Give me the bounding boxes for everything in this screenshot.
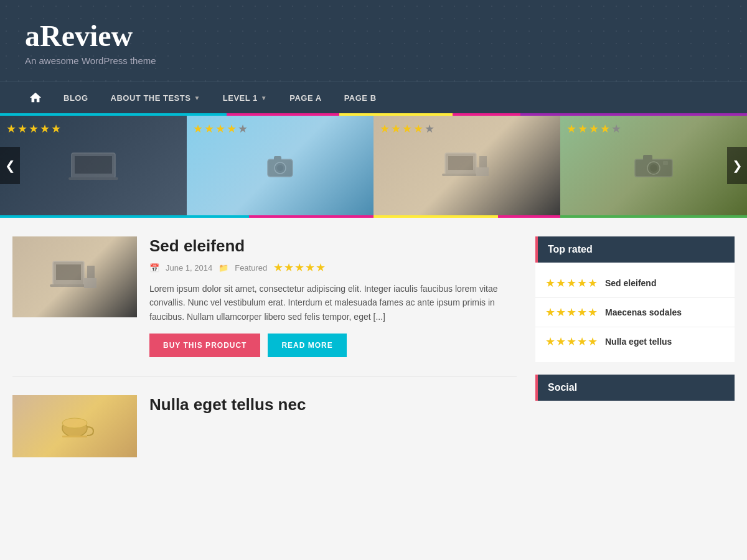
site-title: aReview	[25, 19, 722, 53]
slide-stars: ★ ★ ★ ★ ★	[6, 122, 61, 136]
top-rated-stars: ★ ★ ★ ★ ★	[545, 335, 598, 348]
svg-point-14	[650, 164, 657, 172]
chevron-down-icon: ▼	[261, 95, 267, 101]
nav-home-button[interactable]	[19, 82, 52, 113]
post-meta: 📅 June 1, 2014 📁 Featured ★ ★ ★ ★ ★	[149, 261, 517, 274]
calendar-icon: 📅	[149, 263, 159, 273]
svg-point-5	[277, 165, 283, 171]
content-area: Sed eleifend 📅 June 1, 2014 📁 Featured ★…	[12, 236, 517, 457]
top-rated-header: Top rated	[535, 236, 735, 263]
social-widget: Social	[535, 375, 735, 401]
sidebar: Top rated ★ ★ ★ ★ ★ Sed eleifend ★ ★	[535, 236, 735, 457]
post-body-2: Nulla eget tellus nec	[149, 395, 517, 457]
post-excerpt: Lorem ipsum dolor sit amet, consectetur …	[149, 282, 517, 324]
post-thumbnail-2	[12, 395, 137, 457]
slider-section: ❮ ★ ★ ★ ★ ★	[0, 116, 747, 215]
buy-product-button[interactable]: BUY THIS PRODUCT	[149, 334, 260, 357]
home-icon	[29, 91, 42, 105]
svg-rect-20	[87, 266, 95, 278]
post-title: Sed eleifend	[149, 236, 517, 256]
top-rated-stars: ★ ★ ★ ★ ★	[545, 276, 598, 290]
slide-item: ★ ★ ★ ★ ★	[374, 116, 560, 215]
slide-stars: ★ ★ ★ ★ ★	[193, 122, 248, 136]
social-header: Social	[535, 375, 735, 401]
post-buttons: BUY THIS PRODUCT READ MORE	[149, 334, 517, 357]
post-item: Sed eleifend 📅 June 1, 2014 📁 Featured ★…	[12, 236, 517, 376]
top-rated-title: Sed eleifend	[605, 278, 656, 288]
top-rated-item: ★ ★ ★ ★ ★ Nulla eget tellus	[535, 327, 735, 356]
slide-stars: ★ ★ ★ ★ ★	[566, 122, 621, 136]
svg-rect-1	[75, 156, 112, 174]
nav-item-level1[interactable]: LEVEL 1 ▼	[212, 83, 278, 113]
post-thumbnail	[12, 236, 137, 317]
slide-item: ★ ★ ★ ★ ★	[560, 116, 747, 215]
post-body: Sed eleifend 📅 June 1, 2014 📁 Featured ★…	[149, 236, 517, 357]
top-rated-widget: Top rated ★ ★ ★ ★ ★ Sed eleifend ★ ★	[535, 236, 735, 362]
post-item-preview: Nulla eget tellus nec	[12, 395, 517, 457]
nav-bar: BLOG ABOUT THE TESTS ▼ LEVEL 1 ▼ PAGE A …	[0, 82, 747, 113]
chevron-down-icon: ▼	[194, 95, 200, 101]
post-rating-stars: ★ ★ ★ ★ ★	[273, 261, 326, 274]
post-category: Featured	[235, 263, 267, 273]
svg-rect-9	[442, 174, 479, 176]
svg-rect-15	[643, 155, 652, 161]
top-rated-title: Nulla eget tellus	[605, 337, 672, 347]
nav-item-blog[interactable]: BLOG	[52, 83, 100, 113]
svg-rect-19	[50, 284, 87, 287]
svg-rect-21	[84, 278, 96, 288]
nav-item-about[interactable]: ABOUT THE TESTS ▼	[100, 83, 212, 113]
read-more-button[interactable]: READ MORE	[268, 334, 346, 357]
site-subtitle: An awesome WordPress theme	[25, 55, 722, 66]
svg-rect-2	[68, 177, 118, 180]
nav-item-pagea[interactable]: PAGE A	[278, 83, 332, 113]
svg-rect-11	[476, 167, 489, 176]
top-rated-title: Maecenas sodales	[605, 307, 682, 317]
slide-item: ★ ★ ★ ★ ★	[0, 116, 187, 215]
top-rated-item: ★ ★ ★ ★ ★ Maecenas sodales	[535, 298, 735, 327]
svg-rect-16	[663, 161, 668, 165]
top-rated-item: ★ ★ ★ ★ ★ Sed eleifend	[535, 269, 735, 298]
top-rated-stars: ★ ★ ★ ★ ★	[545, 306, 598, 319]
svg-rect-6	[274, 156, 281, 161]
main-container: Sed eleifend 📅 June 1, 2014 📁 Featured ★…	[0, 218, 747, 476]
svg-rect-10	[479, 156, 487, 167]
slider-prev-button[interactable]: ❮	[0, 147, 20, 184]
slide-item: ★ ★ ★ ★ ★	[187, 116, 374, 215]
slider-track: ★ ★ ★ ★ ★ ★ ★ ★ ★ ★	[0, 116, 747, 215]
nav-item-pageb[interactable]: PAGE B	[333, 83, 388, 113]
post-date: June 1, 2014	[166, 263, 212, 273]
rainbow-bar-bottom	[0, 215, 747, 218]
svg-rect-24	[62, 436, 87, 437]
svg-rect-8	[448, 156, 473, 170]
slider-next-button[interactable]: ❯	[727, 147, 747, 184]
svg-point-23	[62, 418, 87, 428]
top-rated-body: ★ ★ ★ ★ ★ Sed eleifend ★ ★ ★ ★ ★	[535, 263, 735, 362]
site-header: aReview An awesome WordPress theme	[0, 0, 747, 82]
slide-stars: ★ ★ ★ ★ ★	[380, 122, 435, 136]
svg-rect-18	[56, 264, 81, 280]
folder-icon: 📁	[218, 263, 228, 273]
post-title-2: Nulla eget tellus nec	[149, 395, 517, 414]
